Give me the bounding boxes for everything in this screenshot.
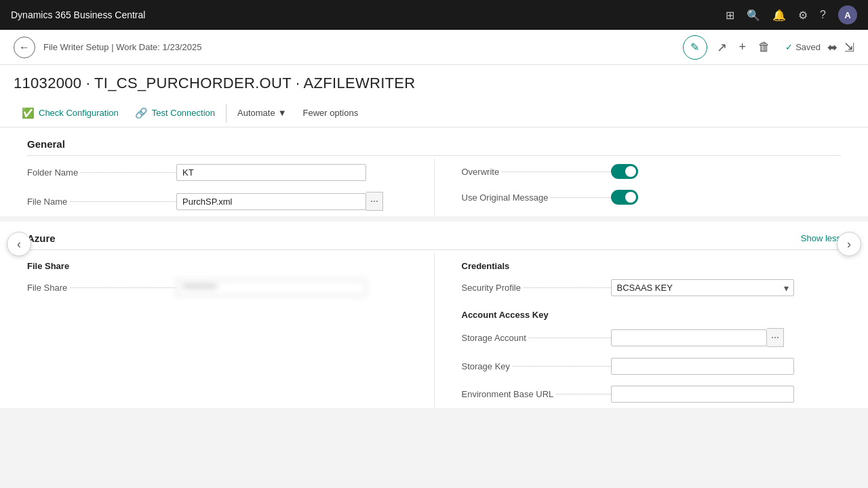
file-name-dots: [70, 201, 176, 202]
overwrite-dots: [502, 171, 610, 172]
folder-name-row: Folder Name: [27, 159, 407, 186]
plus-icon: +: [739, 40, 747, 54]
test-connection-label: Test Connection: [152, 108, 215, 118]
file-share-row: File Share: [27, 274, 407, 302]
expand-icon: ⇲: [844, 41, 854, 54]
use-original-message-slider: [611, 190, 638, 205]
delete-button[interactable]: 🗑: [755, 37, 773, 57]
file-name-field-group: ⋯: [176, 192, 383, 211]
check-configuration-button[interactable]: ✅ Check Configuration: [14, 99, 127, 127]
storage-account-row: Storage Account ⋯: [462, 323, 842, 352]
folder-name-input[interactable]: [176, 164, 366, 181]
test-connection-icon: 🔗: [135, 107, 148, 119]
grid-icon[interactable]: ⊞: [726, 9, 734, 22]
top-nav-icons: ⊞ 🔍 🔔 ⚙ ? A: [726, 5, 857, 24]
file-name-label: File Name: [27, 197, 67, 207]
add-button[interactable]: +: [736, 37, 749, 57]
edit-button[interactable]: ✎: [683, 35, 707, 60]
saved-indicator: ✓ Saved: [785, 42, 821, 52]
saved-label: Saved: [795, 42, 821, 52]
azure-section: Azure Show less File Share File Share Cr…: [0, 222, 868, 408]
help-icon[interactable]: ?: [820, 9, 826, 21]
storage-key-label: Storage Key: [462, 361, 511, 371]
use-original-message-toggle[interactable]: [611, 190, 638, 205]
env-base-url-input[interactable]: [611, 386, 794, 403]
file-name-row: File Name ⋯: [27, 186, 407, 216]
env-base-url-row: Environment Base URL: [462, 380, 842, 408]
storage-key-input[interactable]: [611, 358, 794, 375]
security-profile-select[interactable]: BCSAAS KEY ACCOUNT KEY SAS TOKEN: [611, 279, 794, 296]
nav-arrow-right[interactable]: ›: [837, 232, 861, 256]
general-section-header: General: [27, 127, 841, 156]
chevron-right-icon: ›: [847, 237, 851, 251]
account-access-key-subsection-label: Account Access Key: [462, 302, 842, 323]
checkmark-icon: ✓: [785, 42, 793, 52]
settings-icon[interactable]: ⚙: [798, 9, 808, 22]
credentials-subsection-label: Credentials: [462, 253, 842, 274]
general-title: General: [27, 138, 65, 150]
nav-arrow-left[interactable]: ‹: [7, 232, 31, 256]
security-profile-dots: [524, 287, 611, 288]
storage-account-input[interactable]: [611, 329, 767, 346]
use-original-message-dots: [551, 197, 610, 198]
file-share-dots: [70, 287, 176, 288]
page-header: ← File Writer Setup | Work Date: 1/23/20…: [0, 30, 868, 65]
page-title: 11032000 · TI_CS_PURCHORDER.OUT · AZFILE…: [14, 75, 854, 92]
action-toolbar: ✅ Check Configuration 🔗 Test Connection …: [0, 99, 868, 127]
chevron-left-icon: ‹: [17, 237, 21, 251]
fewer-options-button[interactable]: Fewer options: [295, 99, 367, 127]
check-config-label: Check Configuration: [39, 108, 119, 118]
file-name-more-button[interactable]: ⋯: [366, 192, 383, 211]
overwrite-label: Overwrite: [462, 167, 500, 177]
bell-icon[interactable]: 🔔: [772, 9, 786, 22]
overwrite-slider: [611, 164, 638, 179]
automate-chevron-icon: ▼: [278, 108, 287, 118]
pencil-icon: ✎: [690, 41, 699, 54]
azure-section-header: Azure Show less: [27, 222, 841, 250]
open-in-new-button[interactable]: ⬌: [827, 40, 837, 55]
automate-label: Automate: [237, 108, 275, 118]
test-connection-button[interactable]: 🔗 Test Connection: [127, 99, 223, 127]
content-area: General Folder Name File Name: [0, 127, 868, 487]
avatar[interactable]: A: [838, 5, 857, 24]
azure-fields: File Share File Share Credentials Securi…: [27, 253, 841, 408]
share-button[interactable]: ↗: [714, 37, 730, 58]
general-right-col: Overwrite Use Original Message: [434, 159, 842, 216]
azure-right-col: Credentials Security Profile BCSAAS KEY …: [434, 253, 842, 408]
header-actions: ✎ ↗ + 🗑 ✓ Saved ⬌ ⇲: [683, 35, 854, 60]
general-left-col: Folder Name File Name ⋯: [27, 159, 434, 216]
back-button[interactable]: ←: [14, 37, 35, 58]
fewer-options-label: Fewer options: [303, 108, 359, 118]
file-share-subsection-label: File Share: [27, 253, 407, 274]
expand-button[interactable]: ⇲: [844, 40, 854, 55]
azure-left-col: File Share File Share: [27, 253, 434, 408]
file-name-input[interactable]: [176, 193, 366, 210]
show-less-button[interactable]: Show less: [801, 233, 841, 243]
check-config-icon: ✅: [22, 107, 35, 119]
security-profile-select-wrapper: BCSAAS KEY ACCOUNT KEY SAS TOKEN: [611, 279, 794, 296]
env-base-url-dots: [556, 394, 610, 394]
search-icon[interactable]: 🔍: [747, 9, 760, 22]
folder-name-label: Folder Name: [27, 167, 78, 178]
folder-name-dots: [81, 172, 176, 173]
general-section: General Folder Name File Name: [0, 127, 868, 216]
storage-account-more-button[interactable]: ⋯: [767, 328, 784, 347]
use-original-message-label: Use Original Message: [462, 192, 549, 203]
use-original-message-row: Use Original Message: [462, 184, 842, 210]
breadcrumb: File Writer Setup | Work Date: 1/23/2025: [43, 42, 675, 52]
azure-title: Azure: [27, 232, 56, 244]
external-link-icon: ⬌: [827, 41, 837, 54]
file-share-label: File Share: [27, 283, 67, 293]
file-share-input[interactable]: [176, 279, 366, 296]
security-profile-row: Security Profile BCSAAS KEY ACCOUNT KEY …: [462, 274, 842, 302]
overwrite-row: Overwrite: [462, 159, 842, 184]
env-base-url-label: Environment Base URL: [462, 389, 554, 399]
storage-key-dots: [513, 366, 610, 367]
overwrite-toggle[interactable]: [611, 164, 638, 179]
storage-key-row: Storage Key: [462, 352, 842, 380]
app-title: Dynamics 365 Business Central: [11, 9, 145, 20]
storage-account-label: Storage Account: [462, 333, 526, 343]
top-nav-left: Dynamics 365 Business Central: [11, 9, 145, 20]
automate-button[interactable]: Automate ▼: [229, 99, 295, 127]
general-fields: Folder Name File Name ⋯: [27, 159, 841, 216]
